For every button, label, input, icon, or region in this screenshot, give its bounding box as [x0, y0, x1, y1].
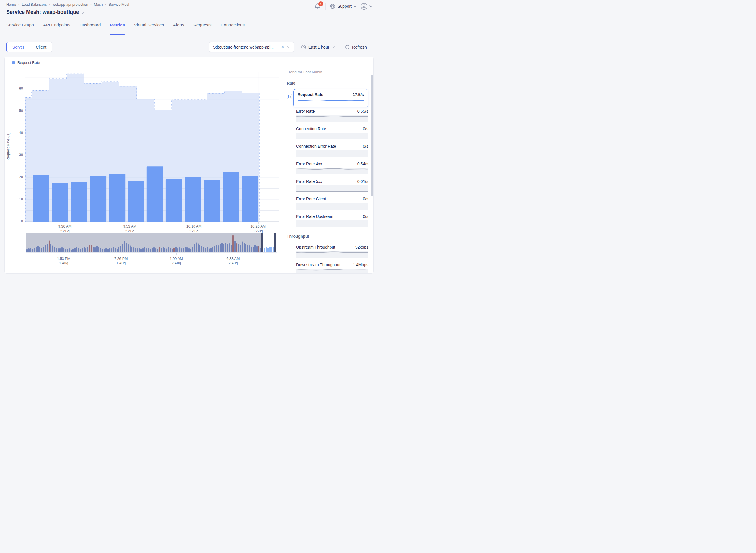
brush-bar-selected: [269, 247, 270, 252]
trend-title: Trend for Last 60min: [287, 70, 368, 74]
request-rate-bar[interactable]: [185, 177, 201, 222]
title-chevron-down-icon[interactable]: [81, 12, 84, 14]
request-rate-bar[interactable]: [33, 175, 49, 222]
metric-value: 52kbps: [355, 245, 368, 249]
metric-value: 0.01/s: [357, 179, 368, 184]
metric-row-error-rate-client[interactable]: Error Rate Client0/s: [296, 196, 368, 210]
account-menu[interactable]: [361, 3, 372, 10]
metric-label: Upstream Throughput: [296, 245, 335, 249]
notifications-button[interactable]: 4: [314, 3, 321, 10]
sidebar-section-title: Rate: [287, 81, 368, 85]
metric-sparkline: [298, 99, 364, 103]
metric-value: 0.55/s: [357, 109, 368, 113]
metric-label: Downstream Throughput: [296, 262, 341, 267]
request-rate-bar[interactable]: [52, 183, 68, 222]
breadcrumb-item[interactable]: Mesh: [94, 3, 103, 7]
brush-bar-selected: [264, 248, 265, 252]
support-menu[interactable]: Support: [330, 3, 357, 9]
page-title: Service Mesh: waap-boutique: [6, 9, 79, 15]
header: Home›Load Balancers›webapp-api-protectio…: [0, 0, 378, 19]
brush-handle-right[interactable]: [274, 233, 276, 252]
request-rate-chart[interactable]: [25, 72, 279, 222]
request-rate-bar[interactable]: [204, 180, 220, 222]
tab-virtual-services[interactable]: Virtual Services: [134, 22, 164, 35]
metric-label: Error Rate Upstream: [296, 214, 333, 219]
metric-value: 17.5/s: [353, 92, 364, 97]
clock-icon: [301, 45, 306, 50]
time-range-select[interactable]: Last 1 hour: [301, 42, 335, 52]
metrics-panel: Request Rate Request Rate (/s) Trend for…: [4, 57, 374, 273]
breadcrumb-item[interactable]: Service Mesh: [109, 3, 130, 7]
refresh-button[interactable]: Refresh: [345, 42, 367, 52]
tab-dashboard[interactable]: Dashboard: [80, 22, 101, 35]
tab-alerts[interactable]: Alerts: [173, 22, 184, 35]
tab-metrics[interactable]: Metrics: [110, 22, 125, 35]
y-axis-tick-label: 0: [13, 219, 23, 223]
time-range-value: Last 1 hour: [308, 45, 329, 50]
x-axis-tick: [258, 222, 259, 224]
metric-row-error-rate[interactable]: Error Rate0.55/s: [296, 109, 368, 122]
metric-row-error-rate-upstream[interactable]: Error Rate Upstream0/s: [296, 214, 368, 227]
toggle-server-button[interactable]: Server: [6, 42, 30, 52]
service-filter-select[interactable]: S:boutique-frontend.webapp-api... ✕: [209, 42, 294, 52]
request-rate-bar[interactable]: [128, 181, 145, 222]
brush-handle-left[interactable]: [261, 233, 263, 252]
lifebuoy-icon: [330, 3, 336, 9]
tab-connections[interactable]: Connections: [221, 22, 245, 35]
request-rate-bar[interactable]: [90, 176, 107, 222]
brush-unselected-overlay[interactable]: [26, 233, 261, 252]
request-rate-bar[interactable]: [222, 172, 239, 222]
request-rate-bar[interactable]: [109, 174, 125, 222]
metric-sparkline: [296, 220, 368, 227]
tab-service-graph[interactable]: Service Graph: [6, 22, 34, 35]
y-axis-tick-label: 60: [13, 86, 23, 90]
brush-bar-selected: [271, 247, 272, 252]
metric-value: 1.4Mbps: [353, 262, 368, 267]
x-axis-tick-label: 10:26 AM2 Aug: [247, 224, 270, 233]
metric-label: Error Rate 4xx: [296, 162, 322, 166]
brush-axis-tick-label: 1:00 AM2 Aug: [164, 256, 189, 265]
metric-value: 0/s: [363, 214, 368, 219]
metric-card-request-rate[interactable]: Request Rate17.5/s: [293, 89, 368, 107]
time-brush-chart[interactable]: [26, 233, 277, 252]
legend-label: Request Rate: [17, 60, 40, 65]
y-axis-tick-label: 30: [13, 153, 23, 157]
metric-sparkline: [296, 132, 368, 139]
metric-row-upstream-throughput[interactable]: Upstream Throughput52kbps: [296, 245, 368, 258]
metric-row-error-rate-4xx[interactable]: Error Rate 4xx0.54/s: [296, 162, 368, 174]
filter-chevron-down-icon: [287, 46, 290, 48]
notification-badge: 4: [318, 1, 323, 6]
metric-row-error-rate-5xx[interactable]: Error Rate 5xx0.01/s: [296, 179, 368, 192]
metric-label: Request Rate: [298, 92, 323, 97]
brush-axis-tick: [121, 253, 121, 255]
tab-requests[interactable]: Requests: [193, 22, 211, 35]
y-axis-title: Request Rate (/s): [6, 128, 10, 165]
x-axis-tick: [130, 222, 130, 224]
metric-value: 0/s: [363, 196, 368, 201]
tab-api-endpoints[interactable]: API Endpoints: [43, 22, 70, 35]
trend-sidebar: Trend for Last 60min RateRequest Rate17.…: [281, 57, 374, 273]
request-rate-bar[interactable]: [71, 182, 88, 222]
request-rate-bar[interactable]: [242, 176, 258, 222]
x-axis-tick: [65, 222, 65, 224]
header-divider: [325, 3, 326, 10]
request-rate-bar[interactable]: [166, 179, 182, 222]
x-axis-tick-label: 9:36 AM2 Aug: [54, 224, 76, 233]
bar-chart-icon[interactable]: [287, 94, 292, 99]
request-rate-bar[interactable]: [147, 166, 164, 222]
service-filter-value: S:boutique-frontend.webapp-api...: [213, 45, 279, 50]
toggle-client-button[interactable]: Client: [30, 42, 52, 52]
metric-row-connection-error-rate[interactable]: Connection Error Rate0/s: [296, 144, 368, 157]
brush-axis-tick-label: 7:26 PM1 Aug: [108, 256, 134, 265]
refresh-icon: [345, 45, 350, 50]
sidebar-scrollbar[interactable]: [371, 75, 373, 196]
metric-row-connection-rate[interactable]: Connection Rate0/s: [296, 127, 368, 139]
metric-row-downstream-throughput[interactable]: Downstream Throughput1.4Mbps: [296, 262, 368, 273]
y-axis-tick-label: 50: [13, 109, 23, 113]
metric-label: Error Rate Client: [296, 196, 326, 201]
brush-axis-tick-label: 1:53 PM1 Aug: [51, 256, 77, 265]
tab-bar: Service GraphAPI EndpointsDashboardMetri…: [6, 22, 245, 35]
filter-clear-icon[interactable]: ✕: [281, 45, 284, 49]
metric-label: Error Rate: [296, 109, 315, 113]
brush-bar-selected: [266, 247, 267, 252]
